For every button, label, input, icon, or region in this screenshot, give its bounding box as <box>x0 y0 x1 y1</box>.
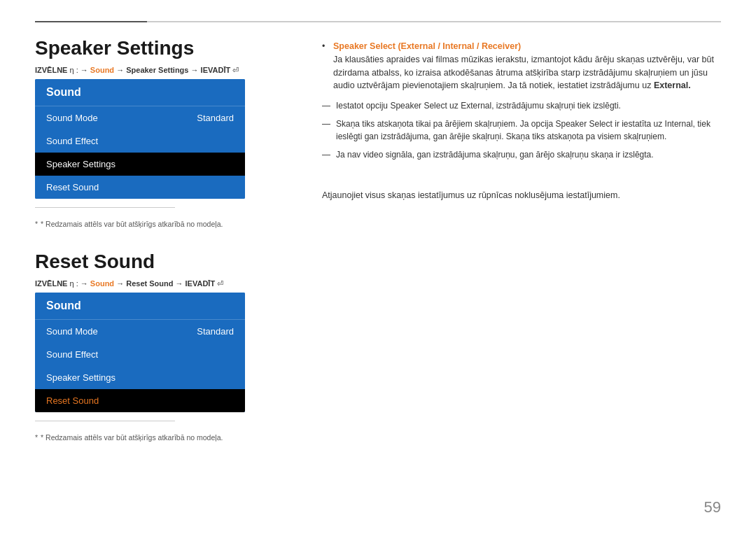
speaker-settings-menu: Sound Sound Mode Standard Sound Effect S… <box>35 79 245 199</box>
nav-arrow1-2: → <box>116 279 126 288</box>
nav-arrow2: → <box>191 66 201 74</box>
note-text: * Redzamais attēls var būt atšķirīgs atk… <box>41 219 223 230</box>
menu-item-sound-effect-2: Sound Effect <box>35 343 245 366</box>
nav-sound-link: Sound <box>90 66 114 74</box>
nav-sound-link-2: Sound <box>90 279 114 288</box>
speaker-select-bold-2: Speaker Select <box>555 119 612 129</box>
reset-sound-title: Reset Sound <box>35 250 294 274</box>
speaker-select-section: Speaker Select (External / Internal / Re… <box>322 40 721 161</box>
nav-izvēlne-2: IZVĒLNE <box>35 279 67 288</box>
menu-item-value: Standard <box>197 113 234 123</box>
reset-sound-description: Atjaunojiet visus skaņas iestatījumus uz… <box>322 175 721 202</box>
note-separator-1 <box>35 207 175 208</box>
nav-enter-icon-2: ⏎ <box>217 279 223 288</box>
dash-item-2: Skaņa tiks atskaņota tikai pa ārējiem sk… <box>322 118 721 143</box>
menu-item-speaker-settings-2: Speaker Settings <box>35 366 245 389</box>
menu-title-reset: Sound <box>35 293 245 320</box>
dash-item-1: Iestatot opciju Speaker Select uz Extern… <box>322 99 721 112</box>
nav-reset-sound-label: Reset Sound <box>126 279 173 288</box>
nav-arrow2-2: → <box>176 279 186 288</box>
speaker-settings-nav: IZVĒLNE η : → Sound → Speaker Settings →… <box>35 66 294 75</box>
nav-ievadīt: IEVADĪT <box>201 66 231 74</box>
top-separator <box>35 21 721 22</box>
nav-izvēlne: IZVĒLNE <box>35 66 67 74</box>
speaker-settings-section: Speaker Settings IZVĒLNE η : → Sound → S… <box>35 36 294 229</box>
speaker-select-label: Speaker Select (External / Internal / Re… <box>333 41 521 51</box>
nav-eta-2: η : → <box>70 279 90 288</box>
reset-sound-menu: Sound Sound Mode Standard Sound Effect S… <box>35 293 245 412</box>
note-separator-2 <box>35 421 175 421</box>
menu-item-speaker-settings: Speaker Settings <box>35 153 245 176</box>
right-column: Speaker Select (External / Internal / Re… <box>322 36 721 513</box>
menu-item-sound-effect: Sound Effect <box>35 129 245 153</box>
external-bold-1: External <box>461 101 491 111</box>
note-dash-symbol: * <box>35 219 38 230</box>
reset-sound-section: Reset Sound IZVĒLNE η : → Sound → Reset … <box>35 250 294 442</box>
nav-enter-icon: ⏎ <box>232 66 239 74</box>
menu-item-label: Reset Sound <box>46 395 99 406</box>
menu-item-reset-sound: Reset Sound <box>35 176 245 199</box>
menu-item-reset-sound-2: Reset Sound <box>35 389 245 412</box>
internal-bold: Internal <box>665 119 693 129</box>
reset-sound-note: * * Redzamais attēls var būt atšķirīgs a… <box>35 433 294 443</box>
menu-item-sound-mode: Sound Mode Standard <box>35 106 245 129</box>
menu-item-label: Sound Mode <box>46 326 98 337</box>
dash-item-3: Ja nav video signāla, gan izstrādājuma s… <box>322 148 721 161</box>
nav-eta: η : → <box>70 66 90 74</box>
page-number: 59 <box>704 498 721 517</box>
nav-arrow1: → <box>116 66 126 74</box>
menu-item-sound-mode-2: Sound Mode Standard <box>35 320 245 343</box>
note-text-2: * Redzamais attēls var būt atšķirīgs atk… <box>41 433 223 443</box>
menu-item-label: Reset Sound <box>46 182 99 192</box>
speaker-settings-note: * * Redzamais attēls var būt atšķirīgs a… <box>35 219 294 230</box>
nav-speaker-settings-label: Speaker Settings <box>126 66 188 74</box>
menu-item-label: Sound Mode <box>46 113 98 123</box>
menu-item-label: Sound Effect <box>46 349 98 360</box>
menu-item-label: Sound Effect <box>46 136 98 146</box>
speaker-settings-title: Speaker Settings <box>35 36 294 60</box>
bullet-speaker-select: Speaker Select (External / Internal / Re… <box>322 40 721 92</box>
menu-title-speaker: Sound <box>35 79 245 106</box>
external-label: External. <box>654 80 691 90</box>
menu-item-value: Standard <box>197 326 234 337</box>
reset-sound-nav: IZVĒLNE η : → Sound → Reset Sound → IEVA… <box>35 279 294 288</box>
menu-item-label: Speaker Settings <box>46 159 115 169</box>
menu-item-label: Speaker Settings <box>46 372 115 383</box>
nav-ievadīt-2: IEVADĪT <box>186 279 216 288</box>
note-dash-symbol-2: * <box>35 433 38 443</box>
speaker-select-bold-1: Speaker Select <box>390 101 447 111</box>
